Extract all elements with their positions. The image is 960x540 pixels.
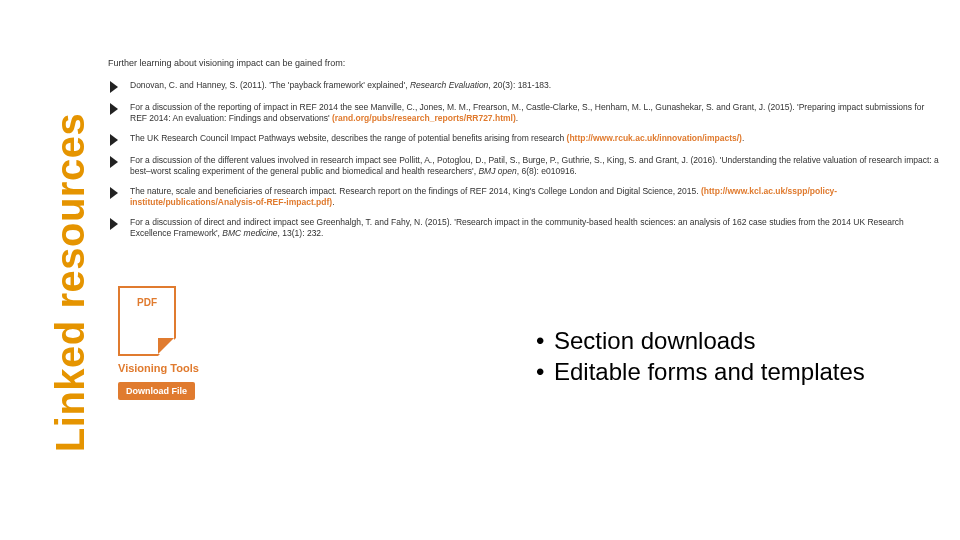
content-area: Further learning about visioning impact … [108,58,940,248]
download-button[interactable]: Download File [118,382,195,400]
arrow-icon [108,186,124,200]
reference-text: The nature, scale and beneficiaries of r… [130,186,940,209]
reference-item: For a discussion of direct and indirect … [108,217,940,240]
pdf-badge: PDF [131,296,163,309]
summary-text: Section downloads [554,325,755,356]
reference-link[interactable]: (rand.org/pubs/research_reports/RR727.ht… [332,113,516,123]
summary-item: • Editable forms and templates [536,356,865,387]
arrow-icon [108,155,124,169]
bullet-icon: • [536,356,554,387]
intro-text: Further learning about visioning impact … [108,58,940,68]
reference-item: Donovan, C. and Hanney, S. (2011). 'The … [108,80,940,94]
reference-text: Donovan, C. and Hanney, S. (2011). 'The … [130,80,940,91]
reference-link[interactable]: (http://www.rcuk.ac.uk/innovation/impact… [567,133,742,143]
sidebar-title: Linked resources [48,113,93,452]
reference-text: For a discussion of the reporting of imp… [130,102,940,125]
reference-item: For a discussion of the different values… [108,155,940,178]
reference-item: The UK Research Council Impact Pathways … [108,133,940,147]
arrow-icon [108,217,124,231]
reference-text: For a discussion of direct and indirect … [130,217,940,240]
arrow-icon [108,133,124,147]
reference-text: The UK Research Council Impact Pathways … [130,133,940,144]
download-title: Visioning Tools [118,362,208,374]
arrow-icon [108,80,124,94]
summary-item: • Section downloads [536,325,865,356]
reference-item: The nature, scale and beneficiaries of r… [108,186,940,209]
reference-text: For a discussion of the different values… [130,155,940,178]
summary-bullets: • Section downloads • Editable forms and… [536,325,865,387]
reference-list: Donovan, C. and Hanney, S. (2011). 'The … [108,80,940,240]
download-card: PDF Visioning Tools Download File [118,286,208,400]
summary-text: Editable forms and templates [554,356,865,387]
arrow-icon [108,102,124,116]
pdf-icon: PDF [118,286,176,356]
reference-item: For a discussion of the reporting of imp… [108,102,940,125]
bullet-icon: • [536,325,554,356]
